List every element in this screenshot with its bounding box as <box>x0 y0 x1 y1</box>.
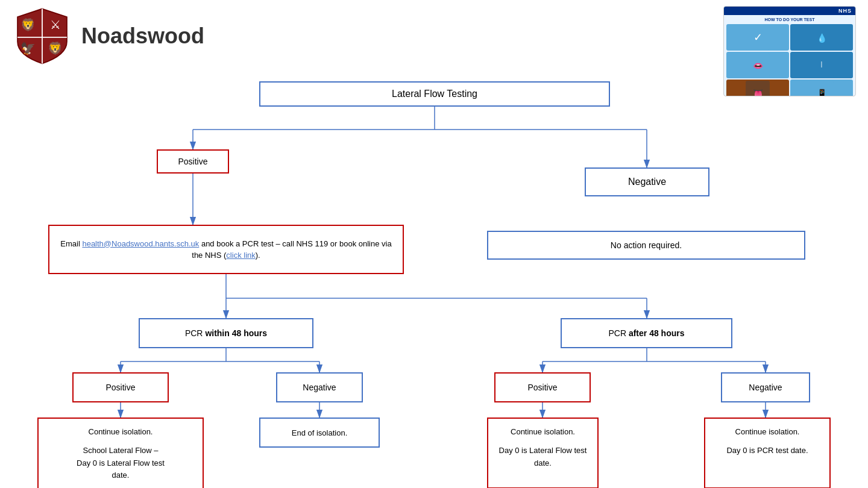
isolation-1-line2: School Lateral Flow – Day 0 is Lateral F… <box>77 445 165 482</box>
svg-text:👄: 👄 <box>753 61 764 71</box>
isolation-3-line2: Day 0 is Lateral Flow test date. <box>499 445 587 470</box>
pcr-after-bold: after 48 hours <box>629 328 685 338</box>
pcr-48-negative-box: Negative <box>276 372 363 402</box>
pcr-48-positive-box: Positive <box>72 372 169 402</box>
title-box: Lateral Flow Testing <box>259 81 610 107</box>
pcr-after-positive-label: Positive <box>527 383 557 392</box>
nhs-cell-2: 💧 <box>790 24 853 51</box>
pcr-48-box: PCR within 48 hours <box>139 318 313 348</box>
isolation-box-1: Continue isolation. School Lateral Flow … <box>37 418 204 488</box>
isolation-box-4: Continue isolation. Day 0 is PCR test da… <box>704 418 831 488</box>
isolation-1-line1: Continue isolation. <box>89 426 153 439</box>
email-box-text: Email health@Noadswood.hants.sch.uk and … <box>57 238 395 261</box>
no-action-box: No action required. <box>487 231 805 260</box>
pcr-after-48-box: PCR after 48 hours <box>561 318 732 348</box>
flowchart: Lateral Flow Testing Positive Negative E… <box>0 75 868 485</box>
svg-text:🦁: 🦁 <box>20 17 36 32</box>
click-link[interactable]: click link <box>226 251 255 260</box>
header: 🦁 ⚔ 🦅 🦁 Noadswood NHS HOW TO DO YOUR TES… <box>0 0 868 72</box>
isolation-4-line1: Continue isolation. <box>735 426 800 439</box>
pcr-after-negative-box: Negative <box>721 372 810 402</box>
email-box: Email health@Noadswood.hants.sch.uk and … <box>48 225 404 274</box>
nhs-title: HOW TO DO YOUR TEST <box>726 16 853 23</box>
positive-top-label: Positive <box>178 157 207 166</box>
svg-text:💧: 💧 <box>817 33 828 43</box>
positive-top-box: Positive <box>157 149 229 174</box>
svg-text:|: | <box>821 60 823 67</box>
pcr-after-48-text: PCR after 48 hours <box>608 328 684 338</box>
isolation-3-line1: Continue isolation. <box>511 426 575 439</box>
isolation-4-line2: Day 0 is PCR test date. <box>726 445 808 457</box>
pcr-48-text: PCR within 48 hours <box>185 328 267 338</box>
pcr-48-bold: within 48 hours <box>205 328 267 338</box>
title-text: Lateral Flow Testing <box>392 89 477 99</box>
svg-text:🦁: 🦁 <box>48 41 63 55</box>
pcr-48-positive-label: Positive <box>105 383 135 392</box>
svg-text:🦅: 🦅 <box>20 41 36 55</box>
nhs-cell-3: 👄 <box>726 52 789 78</box>
school-name: Noadswood <box>81 23 204 49</box>
pcr-after-positive-box: Positive <box>494 372 591 402</box>
negative-top-label: Negative <box>628 177 666 187</box>
no-action-text: No action required. <box>611 240 682 250</box>
school-logo: 🦁 ⚔ 🦅 🦁 <box>12 6 72 66</box>
pcr-48-negative-label: Negative <box>303 383 336 392</box>
email-link[interactable]: health@Noadswood.hants.sch.uk <box>82 239 199 248</box>
nhs-cell-1: ✓ <box>726 24 789 51</box>
svg-text:⚔: ⚔ <box>50 18 61 31</box>
nhs-cell-4: | <box>790 52 853 78</box>
negative-top-box: Negative <box>585 167 709 196</box>
pcr-after-negative-label: Negative <box>749 383 782 392</box>
nhs-badge: NHS <box>724 7 855 15</box>
isolation-box-3: Continue isolation. Day 0 is Lateral Flo… <box>487 418 599 488</box>
end-isolation-box: End of isolation. <box>259 418 380 448</box>
svg-text:✓: ✓ <box>753 31 763 43</box>
end-isolation-text: End of isolation. <box>292 428 348 437</box>
